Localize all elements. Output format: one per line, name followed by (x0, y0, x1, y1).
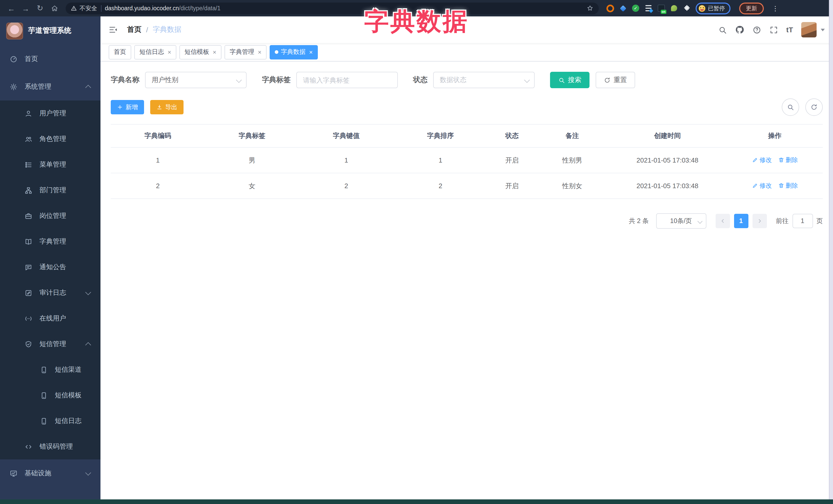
fullscreen-icon[interactable] (769, 25, 778, 34)
filter-status: 状态 数据状态 (413, 72, 535, 88)
tab-label: 字典管理 (230, 48, 254, 56)
browser-menu-icon[interactable]: ⋮ (772, 4, 779, 12)
extension-orange-ring-icon[interactable] (606, 4, 614, 12)
browser-home-icon[interactable] (48, 2, 61, 14)
profile-paused-chip[interactable]: 已暂停 (696, 2, 731, 14)
page-suffix-label: 页 (816, 217, 823, 225)
dict-label-label: 字典标签 (262, 75, 291, 85)
tab-1[interactable]: 首页 (109, 45, 131, 59)
table-row: 2女22开启性别女2021-01-05 17:03:48修改删除 (111, 173, 823, 199)
page-size-select[interactable]: 10条/页 (656, 213, 706, 229)
browser-reload-icon[interactable]: ↻ (34, 2, 46, 14)
main-area: 首页 / 字典数据 tT 首页短信日志×短信模板×字典管理×字典数据× 字 (100, 17, 833, 499)
book-icon (25, 238, 32, 245)
sidebar-logo[interactable]: 芋道管理系统 (0, 17, 100, 45)
extension-leaf-icon[interactable] (670, 4, 678, 12)
bookmark-star-icon[interactable] (587, 5, 594, 12)
close-icon[interactable]: × (309, 48, 313, 56)
sidebar-item-4[interactable]: 角色管理 (0, 126, 100, 152)
dict-data-table: 字典编码字典标签字典键值字典排序状态备注创建时间操作 1男11开启性别男2021… (111, 124, 823, 199)
sidebar-item-10[interactable]: 审计日志 (0, 280, 100, 306)
avatar-caret-icon[interactable] (821, 28, 825, 31)
tab-4[interactable]: 字典管理× (224, 45, 266, 59)
column-header: 状态 (487, 124, 537, 147)
reset-button[interactable]: 重置 (596, 72, 635, 88)
edit-link[interactable]: 修改 (752, 182, 772, 190)
close-icon[interactable]: × (168, 48, 171, 56)
browser-forward-icon[interactable]: → (20, 2, 32, 14)
close-icon[interactable]: × (258, 48, 261, 56)
tab-label: 字典数据 (281, 48, 306, 56)
help-icon[interactable] (753, 25, 761, 34)
sidebar-item-15[interactable]: 短信日志 (0, 408, 100, 434)
prev-page-button[interactable] (715, 214, 730, 228)
page-content: 字典名称 用户性别 字典标签 状态 数据状态 (100, 62, 833, 499)
screen: ← → ↻ 不安全 dashboard.yudao.iocoder.cn/dic… (0, 0, 833, 504)
extension-green-check-icon[interactable]: ✓ (632, 4, 640, 12)
sidebar-item-label: 错误码管理 (40, 442, 73, 451)
user-avatar[interactable] (801, 22, 816, 38)
extensions-puzzle-icon[interactable] (683, 4, 691, 12)
sidebar-item-12[interactable]: 短信管理 (0, 331, 100, 357)
filter-dict-name: 字典名称 用户性别 (111, 72, 246, 88)
tab-2[interactable]: 短信日志× (134, 45, 176, 59)
export-button[interactable]: 导出 (150, 100, 184, 114)
breadcrumb-home[interactable]: 首页 (127, 25, 142, 34)
security-label: 不安全 (79, 4, 97, 12)
security-chip[interactable]: 不安全 (71, 4, 97, 12)
url-text: dashboard.yudao.iocoder.cn/dict/type/dat… (105, 5, 220, 11)
sidebar-item-6[interactable]: 部门管理 (0, 177, 100, 203)
status-select[interactable]: 数据状态 (433, 72, 535, 88)
sidebar-item-label: 审计日志 (40, 288, 66, 297)
dict-label-input[interactable] (296, 72, 398, 88)
page-number-button[interactable]: 1 (734, 214, 748, 228)
browser-back-icon[interactable]: ← (5, 2, 18, 14)
browser-update-button[interactable]: 更新 (739, 2, 764, 14)
tab-5[interactable]: 字典数据× (270, 45, 318, 59)
toggle-search-button[interactable] (782, 98, 799, 116)
table-cell: 开启 (487, 147, 537, 173)
table-cell: 男 (205, 147, 300, 173)
sidebar-collapse-icon[interactable] (109, 25, 118, 34)
table-cell: 2021-01-05 17:03:48 (608, 147, 727, 173)
font-size-icon[interactable]: tT (786, 26, 793, 34)
header-search-icon[interactable] (718, 25, 727, 34)
goto-page-input[interactable] (792, 214, 813, 228)
sidebar-item-14[interactable]: 短信模板 (0, 383, 100, 408)
phone-icon (40, 391, 48, 399)
sidebar-item-2[interactable]: 系统管理 (0, 73, 100, 100)
sidebar-item-7[interactable]: 岗位管理 (0, 203, 100, 229)
menu-list-icon (25, 161, 32, 168)
close-icon[interactable]: × (213, 48, 216, 56)
dict-name-select[interactable]: 用户性别 (145, 72, 246, 88)
sidebar-item-3[interactable]: 用户管理 (0, 100, 100, 126)
github-icon[interactable] (735, 25, 744, 34)
extension-on-badge-icon[interactable]: on (657, 4, 665, 12)
sidebar-item-8[interactable]: 字典管理 (0, 229, 100, 254)
sidebar-item-5[interactable]: 菜单管理 (0, 152, 100, 177)
download-icon (156, 104, 163, 110)
refresh-table-button[interactable] (805, 98, 823, 116)
edit-link[interactable]: 修改 (752, 156, 772, 165)
add-button[interactable]: 新增 (111, 100, 144, 114)
url-divider (101, 5, 101, 11)
delete-link[interactable]: 删除 (778, 156, 798, 165)
sidebar-item-11[interactable]: 在线用户 (0, 306, 100, 331)
tab-3[interactable]: 短信模板× (180, 45, 221, 59)
extension-bars-icon[interactable] (644, 4, 652, 12)
sidebar-item-16[interactable]: 错误码管理 (0, 434, 100, 459)
window-scrollbar[interactable] (829, 0, 833, 499)
sidebar-item-9[interactable]: 通知公告 (0, 254, 100, 280)
sidebar-item-17[interactable]: 基础设施 (0, 459, 100, 487)
sidebar: 芋道管理系统 首页系统管理用户管理角色管理菜单管理部门管理岗位管理字典管理通知公… (0, 17, 100, 499)
sidebar-item-1[interactable]: 首页 (0, 45, 100, 73)
sidebar-item-13[interactable]: 短信渠道 (0, 357, 100, 383)
search-button[interactable]: 搜索 (550, 72, 590, 88)
search-icon (787, 103, 794, 111)
tab-label: 首页 (114, 48, 126, 56)
delete-link[interactable]: 删除 (778, 182, 798, 190)
edit-icon (752, 157, 758, 163)
next-page-button[interactable] (752, 214, 767, 228)
address-bar[interactable]: 不安全 dashboard.yudao.iocoder.cn/dict/type… (66, 2, 599, 14)
extension-blue-gem-icon[interactable] (619, 4, 627, 12)
